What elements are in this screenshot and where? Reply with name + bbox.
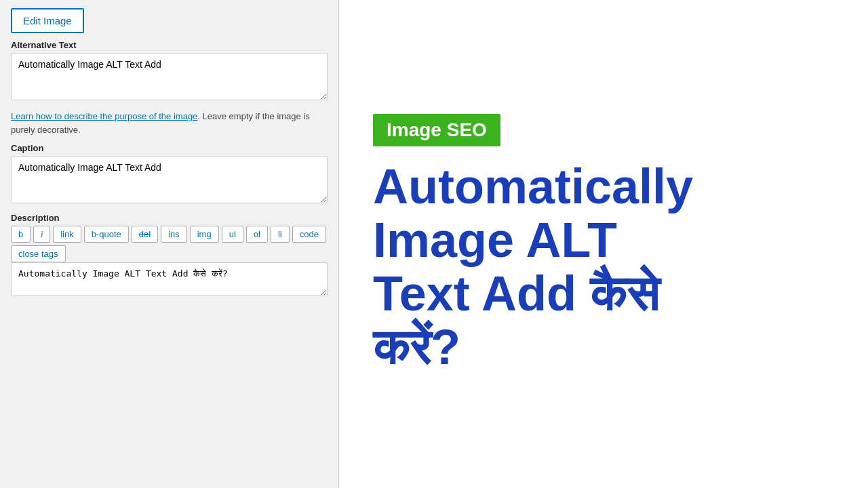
toolbar-btn-ul[interactable]: ul [222, 226, 243, 243]
toolbar-btn-link[interactable]: link [53, 226, 81, 243]
alt-text-label: Alternative Text [11, 40, 328, 50]
caption-section: Caption Automatically Image ALT Text Add [11, 143, 328, 206]
toolbar-btn-img[interactable]: img [190, 226, 219, 243]
toolbar-btn-i[interactable]: i [33, 226, 50, 243]
toolbar-btn-li[interactable]: li [271, 226, 290, 243]
help-link[interactable]: Learn how to describe the purpose of the… [11, 111, 197, 121]
title-line3: Text Add कैसे [373, 267, 693, 321]
toolbar-btn-del[interactable]: del [132, 226, 158, 243]
alt-text-section: Alternative Text Automatically Image ALT… [11, 40, 328, 103]
toolbar-btn-close-tags[interactable]: close tags [11, 245, 66, 262]
caption-label: Caption [11, 143, 328, 153]
right-panel: Image SEO Automatically Image ALT Text A… [339, 0, 868, 488]
toolbar-btn-bquote[interactable]: b-quote [84, 226, 129, 243]
main-title: Automatically Image ALT Text Add कैसे कर… [373, 160, 693, 375]
caption-input[interactable]: Automatically Image ALT Text Add [11, 156, 328, 203]
toolbar-btn-code[interactable]: code [292, 226, 326, 243]
toolbar-btn-ins[interactable]: ins [161, 226, 187, 243]
alt-text-input[interactable]: Automatically Image ALT Text Add [11, 53, 328, 100]
toolbar-btn-ol[interactable]: ol [246, 226, 268, 243]
description-label: Description [11, 213, 328, 223]
seo-badge: Image SEO [373, 114, 500, 146]
left-panel: Edit Image Alternative Text Automaticall… [0, 0, 339, 488]
title-line1: Automatically [373, 160, 693, 214]
description-toolbar: b i link b-quote del ins img ul ol li co… [11, 226, 328, 262]
toolbar-btn-b[interactable]: b [11, 226, 31, 243]
description-textarea[interactable]: Automatically Image ALT Text Add कैसे कर… [11, 262, 328, 296]
alt-text-help: Learn how to describe the purpose of the… [11, 110, 328, 136]
description-section: Description b i link b-quote del ins img… [11, 213, 328, 299]
title-line2: Image ALT [373, 214, 693, 267]
edit-image-button[interactable]: Edit Image [11, 8, 84, 33]
title-line4: करें? [373, 321, 693, 374]
